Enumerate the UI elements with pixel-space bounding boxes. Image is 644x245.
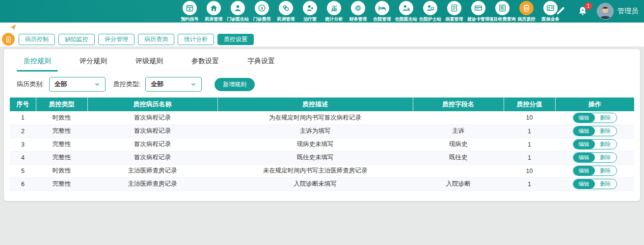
delete-button[interactable]: 删除 bbox=[595, 126, 617, 136]
notification-bell-icon[interactable]: + 1 bbox=[577, 5, 588, 17]
delete-button[interactable]: 删除 bbox=[595, 113, 617, 122]
module-bar: 病历控制缺陷监控评分管理病历查询统计分析质控设置 bbox=[0, 23, 644, 47]
operation-pill: 编辑删除 bbox=[573, 166, 617, 176]
add-rule-button[interactable]: 新增规则 bbox=[215, 78, 255, 91]
operation-pill: 编辑删除 bbox=[573, 179, 617, 189]
record-category-select[interactable]: 全部 bbox=[49, 77, 106, 92]
module-button[interactable]: 统计分析 bbox=[178, 34, 214, 45]
panel-tab[interactable]: 字典设置 bbox=[241, 57, 282, 72]
topnav-item[interactable]: 医项目收费查询 bbox=[490, 0, 514, 23]
edit-button[interactable]: 编辑 bbox=[573, 153, 595, 162]
doctor-icon bbox=[231, 1, 245, 15]
delete-button[interactable]: 删除 bbox=[595, 153, 617, 162]
card-icon bbox=[471, 1, 485, 15]
topnav-item[interactable]: 住院医生站 bbox=[394, 0, 418, 23]
table-row: 1时效性首次病程记录为在规定时间内书写首次病程记录10编辑删除 bbox=[10, 111, 634, 124]
edit-button[interactable]: 编辑 bbox=[573, 179, 595, 189]
treatment-icon bbox=[303, 1, 317, 15]
type-cell: 时效性 bbox=[36, 164, 87, 177]
topnav-item[interactable]: 统计分析 bbox=[322, 0, 346, 23]
svg-text:¥: ¥ bbox=[261, 6, 263, 11]
table-row: 5时效性主治医师查房记录未在规定时间内书写主治医师查房记录10编辑删除 bbox=[10, 164, 634, 177]
desc-cell: 主诉为填写 bbox=[217, 124, 413, 138]
table-header-cell: 质控字段名 bbox=[413, 98, 504, 111]
topnav-item[interactable]: 药房管理 bbox=[274, 0, 298, 23]
delete-button[interactable]: 删除 bbox=[595, 166, 617, 175]
panel-tab[interactable]: 评分规则 bbox=[73, 57, 114, 72]
delete-button[interactable]: 删除 bbox=[595, 179, 617, 189]
topnav-item[interactable]: 治疗室 bbox=[298, 0, 322, 23]
field-cell: 入院诊断 bbox=[413, 177, 504, 191]
operation-cell: 编辑删除 bbox=[555, 111, 634, 124]
score-cell: 10 bbox=[504, 164, 555, 177]
module-button[interactable]: 病历控制 bbox=[19, 34, 55, 45]
topnav-item[interactable]: 就诊卡管理 bbox=[466, 0, 490, 23]
edit-button[interactable]: 编辑 bbox=[573, 166, 595, 175]
topnav-item[interactable]: ¥门诊费用 bbox=[250, 0, 274, 23]
table-header-cell: 质控分值 bbox=[504, 98, 555, 111]
table-header-cell: 质控描述 bbox=[217, 98, 413, 111]
topnav-item[interactable]: 门诊医生站 bbox=[226, 0, 250, 23]
panel-tab[interactable]: 参数设置 bbox=[185, 57, 226, 72]
record-name-cell: 首次病程记录 bbox=[87, 111, 217, 124]
panel-tab[interactable]: 评级规则 bbox=[129, 57, 170, 72]
filter-row: 病历类别: 全部 质控类型: 全部 新增规则 bbox=[17, 77, 640, 92]
calendar-icon bbox=[183, 1, 197, 15]
edit-button[interactable]: 编辑 bbox=[573, 113, 595, 122]
topnav-item[interactable]: 预约挂号 bbox=[178, 0, 202, 23]
qc-type-value: 全部 bbox=[151, 80, 163, 89]
topnav-item[interactable]: 财务管理 bbox=[346, 0, 370, 23]
module-button[interactable]: 评分管理 bbox=[98, 34, 134, 45]
record-name-cell: 主治医师查房记录 bbox=[87, 177, 217, 191]
username-label: 管理员 bbox=[617, 7, 638, 16]
seq-cell: 3 bbox=[10, 138, 36, 151]
topnav-item[interactable]: 药库管理 bbox=[202, 0, 226, 23]
edit-button[interactable]: 编辑 bbox=[573, 126, 595, 136]
table-header-cell: 质控类型 bbox=[36, 98, 87, 111]
pencil-icon[interactable] bbox=[556, 6, 566, 17]
notification-badge: 1 bbox=[585, 2, 592, 10]
table-row: 2完整性首次病程记录主诉为填写主诉1编辑删除 bbox=[10, 124, 634, 138]
desc-cell: 既往史未填写 bbox=[217, 151, 413, 164]
seq-cell: 6 bbox=[10, 177, 36, 191]
topnav-item[interactable]: 病历质控 bbox=[514, 0, 538, 23]
topnav-item-label: 项目收费查询 bbox=[489, 16, 516, 23]
operation-cell: 编辑删除 bbox=[555, 177, 634, 191]
topnav-item-label: 住院管理 bbox=[374, 16, 391, 23]
panel-tab[interactable]: 质控规则 bbox=[17, 57, 58, 72]
topnav-item-label: 财务管理 bbox=[349, 16, 367, 23]
delete-button[interactable]: 删除 bbox=[595, 140, 617, 149]
module-button-row: 病历控制缺陷监控评分管理病历查询统计分析质控设置 bbox=[2, 33, 257, 46]
topbar-right: + 1 管理员 bbox=[556, 0, 641, 23]
user-avatar[interactable] bbox=[597, 3, 614, 20]
topnav-item[interactable]: 病案管理 bbox=[442, 0, 466, 23]
record-category-value: 全部 bbox=[54, 80, 67, 89]
module-button[interactable]: 质控设置 bbox=[217, 34, 254, 45]
qc-type-select[interactable]: 全部 bbox=[145, 77, 202, 92]
type-cell: 完整性 bbox=[36, 151, 87, 164]
score-cell: 1 bbox=[504, 124, 555, 138]
table-header-cell: 操作 bbox=[555, 98, 634, 111]
table-header-cell: 质控病历名称 bbox=[87, 98, 217, 111]
table-header-cell: 序号 bbox=[10, 98, 36, 111]
warehouse-icon bbox=[207, 1, 221, 15]
operation-cell: 编辑删除 bbox=[555, 151, 634, 164]
operation-pill: 编辑删除 bbox=[573, 113, 617, 123]
edit-button[interactable]: 编辑 bbox=[573, 140, 595, 149]
table-row: 4完整性首次病程记录既往史未填写既往史1编辑删除 bbox=[10, 151, 634, 164]
record-name-cell: 首次病程记录 bbox=[87, 124, 217, 138]
topnav-item-label: 住院护士站 bbox=[419, 16, 441, 23]
yen-icon: ¥ bbox=[255, 1, 269, 15]
record-name-cell: 首次病程记录 bbox=[87, 138, 217, 151]
operation-pill: 编辑删除 bbox=[573, 139, 617, 149]
topnav-item[interactable]: 住院管理 bbox=[370, 0, 394, 23]
medical-record-qc-icon bbox=[2, 33, 15, 46]
topnav-item-label: 病历质控 bbox=[518, 16, 536, 23]
chevron-down-icon bbox=[190, 81, 196, 87]
top-navigation-bar: 预约挂号药库管理门诊医生站¥门诊费用药房管理治疗室统计分析财务管理住院管理住院医… bbox=[0, 0, 644, 23]
topnav-item-label: 统计分析 bbox=[325, 16, 343, 23]
score-cell: 1 bbox=[504, 138, 555, 151]
module-button[interactable]: 病历查询 bbox=[138, 34, 174, 45]
topnav-item[interactable]: 住院护士站 bbox=[418, 0, 442, 23]
module-button[interactable]: 缺陷监控 bbox=[58, 34, 95, 45]
